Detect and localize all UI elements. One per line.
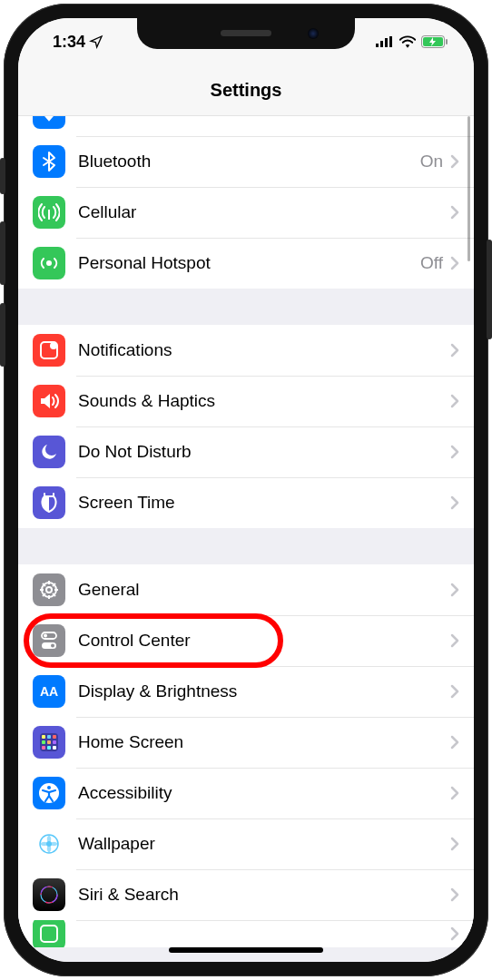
chevron-right-icon [450,837,459,851]
power-button [487,240,492,339]
mute-switch [0,158,5,194]
row-label: Home Screen [78,732,450,752]
controlcenter-icon [33,624,65,657]
chevron-right-icon [450,154,459,169]
cellular-icon [33,196,65,229]
navbar: Settings [18,65,474,116]
row-label: Accessibility [78,783,450,803]
volume-down-button [0,303,5,367]
status-right [376,35,448,48]
accessibility-icon [33,777,65,809]
svg-rect-2 [385,38,388,47]
row-label: Cellular [78,202,450,222]
settings-row-accessibility[interactable]: Accessibility [18,768,474,818]
notch [137,18,355,49]
row-detail: On [420,152,443,172]
settings-row-siri-search[interactable]: Siri & Search [18,869,474,920]
volume-up-button [0,221,5,285]
home-indicator[interactable] [169,947,323,953]
phone-frame: 1:34 [4,4,488,976]
row-label: Display & Brightness [78,681,450,701]
wifi-icon [399,35,416,48]
homescreen-icon [33,726,65,759]
settings-row-home-screen[interactable]: Home Screen [18,717,474,768]
screentime-icon [33,486,65,519]
row-label: Bluetooth [78,152,420,172]
chevron-right-icon [450,343,459,358]
wallpaper-icon [33,828,65,860]
chevron-right-icon [450,394,459,408]
page-title: Settings [211,80,282,101]
chevron-right-icon [450,256,459,270]
settings-row-control-center[interactable]: Control Center [18,615,474,666]
row-label: Do Not Disturb [78,442,450,462]
row-label: Wallpaper [78,834,450,854]
row-detail: Off [420,253,443,273]
row-label: Sounds & Haptics [78,391,450,411]
row-label: Control Center [78,631,450,651]
settings-row-cellular[interactable]: Cellular [18,187,474,238]
settings-row-personal-hotspot[interactable]: Personal HotspotOff [18,238,474,289]
settings-row-screen-time[interactable]: Screen Time [18,477,474,528]
row-label: Screen Time [78,493,450,513]
settings-list[interactable]: Wi-FiHaysBluetoothOnCellularPersonal Hot… [18,116,474,962]
svg-rect-1 [380,41,383,47]
settings-group: NotificationsSounds & HapticsDo Not Dist… [18,325,474,528]
settings-row-partial[interactable] [18,920,474,947]
settings-row-notifications[interactable]: Notifications [18,325,474,376]
faceid-icon [33,920,65,947]
svg-rect-0 [376,44,379,47]
general-icon [33,573,65,606]
settings-group: Wi-FiHaysBluetoothOnCellularPersonal Hot… [18,116,474,289]
chevron-right-icon [450,495,459,510]
siri-icon [33,878,65,911]
chevron-right-icon [450,887,459,902]
svg-rect-5 [446,39,448,44]
sounds-icon [33,385,65,417]
status-left: 1:34 [53,33,103,52]
display-icon [33,675,65,708]
bluetooth-icon [33,145,65,178]
settings-row-bluetooth[interactable]: BluetoothOn [18,136,474,187]
chevron-right-icon [450,445,459,459]
wifi-icon [33,116,65,129]
chevron-right-icon [450,786,459,800]
row-label: Notifications [78,340,450,360]
settings-row-sounds-haptics[interactable]: Sounds & Haptics [18,376,474,426]
row-label: Siri & Search [78,885,450,905]
front-camera [308,28,319,39]
settings-group: GeneralControl CenterDisplay & Brightnes… [18,564,474,947]
settings-row-general[interactable]: General [18,564,474,615]
notifications-icon [33,334,65,367]
svg-rect-3 [389,36,392,47]
dnd-icon [33,436,65,468]
chevron-right-icon [450,735,459,750]
battery-charging-icon [421,35,448,48]
location-arrow-icon [89,34,103,49]
cellular-signal-icon [376,36,394,47]
chevron-right-icon [450,926,459,941]
settings-row-wallpaper[interactable]: Wallpaper [18,818,474,869]
chevron-right-icon [450,633,459,648]
settings-row-wi-fi[interactable]: Wi-FiHays [18,116,474,136]
status-time: 1:34 [53,33,85,52]
scroll-indicator[interactable] [467,116,470,261]
row-label: General [78,580,450,600]
chevron-right-icon [450,684,459,699]
speaker-grille [221,30,271,36]
chevron-right-icon [450,583,459,597]
row-label: Personal Hotspot [78,253,420,273]
hotspot-icon [33,247,65,279]
screen: 1:34 [18,18,474,962]
chevron-right-icon [450,205,459,220]
settings-row-do-not-disturb[interactable]: Do Not Disturb [18,426,474,477]
settings-row-display-brightness[interactable]: Display & Brightness [18,666,474,717]
